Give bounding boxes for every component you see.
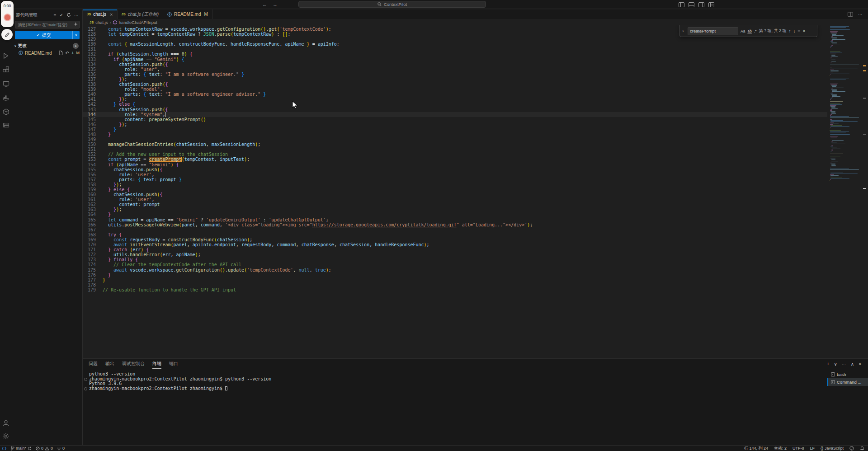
remote-explorer-icon[interactable] <box>1 79 10 88</box>
toggle-secondary-sidebar-icon[interactable] <box>698 2 704 7</box>
tab-readme-md[interactable]: README.md M <box>163 9 212 19</box>
find-next-icon[interactable]: ↓ <box>793 28 796 33</box>
maximize-panel-icon[interactable]: ∧ <box>851 362 854 366</box>
refresh-icon[interactable] <box>66 13 71 17</box>
find-previous-icon[interactable]: ↑ <box>789 28 791 33</box>
git-branch-status[interactable]: main* <box>10 446 32 451</box>
regex-icon[interactable]: .* <box>754 29 757 33</box>
find-input[interactable] <box>688 27 738 35</box>
open-file-icon[interactable] <box>59 51 63 55</box>
cursor-position-status[interactable]: 行 144, 列 24 <box>744 446 768 451</box>
commit-button[interactable]: ✓ 提交 ∨ <box>15 31 80 39</box>
code-line[interactable]: 144 role: "system", <box>83 112 827 117</box>
close-tab-icon[interactable]: × <box>110 12 113 17</box>
remote-indicator[interactable] <box>2 446 6 451</box>
package-icon[interactable] <box>1 107 10 116</box>
code-line[interactable]: 143 chatSession.push({ <box>83 107 827 112</box>
feedback-smiley-icon[interactable] <box>849 446 854 451</box>
code-line[interactable]: 155 chatSession.push({ <box>83 167 827 172</box>
sparkle-icon[interactable] <box>74 22 78 26</box>
code-line[interactable]: 161 role: 'user', <box>83 197 827 202</box>
customize-layout-icon[interactable] <box>708 2 714 7</box>
terminal-instance-command-[interactable]: Command ... <box>827 378 868 386</box>
panel-tab-终端[interactable]: 终端 <box>152 359 161 369</box>
extensions-icon[interactable] <box>1 65 10 74</box>
panel-tab-调试控制台[interactable]: 调试控制台 <box>122 359 145 369</box>
discard-changes-icon[interactable]: ↶ <box>65 51 69 56</box>
panel-tab-问题[interactable]: 问题 <box>89 359 98 369</box>
overview-ruler[interactable] <box>862 25 868 358</box>
code-line[interactable]: 173 } finally { <box>83 257 827 262</box>
code-line[interactable]: 178 <box>83 282 827 287</box>
code-line[interactable]: 156 role: 'user', <box>83 172 827 177</box>
code-line[interactable]: 136 parts: { text: "I am a software engi… <box>83 72 827 77</box>
code-line[interactable]: 177} <box>83 277 827 282</box>
annotate-button[interactable] <box>1 29 13 40</box>
code-line[interactable]: 152 // Add the new user input to the cha… <box>83 152 827 157</box>
code-line[interactable]: 166 utils.postMessageToWebview(panel, co… <box>83 222 827 227</box>
code-line[interactable]: 167 <box>83 227 827 232</box>
nav-forward-icon[interactable]: → <box>273 2 278 7</box>
notifications-bell-icon[interactable] <box>860 446 864 451</box>
tab-chat-js-working-tree[interactable]: JS chat.js (工作树) <box>118 9 164 19</box>
match-case-icon[interactable]: Aa <box>741 29 745 33</box>
commit-message-input[interactable] <box>15 21 80 28</box>
code-line[interactable]: 171 } catch (err) { <box>83 247 827 252</box>
code-line[interactable]: 133 if (apiName == "Gemini") { <box>83 57 827 62</box>
panel-tab-输出[interactable]: 输出 <box>105 359 114 369</box>
code-line[interactable]: 170 await initEventStream(panel, apiInfo… <box>83 242 827 247</box>
code-line[interactable]: 159 } else { <box>83 187 827 192</box>
terminal-dropdown-icon[interactable]: ∨ <box>834 362 837 366</box>
ports-status[interactable]: 0 <box>57 446 65 451</box>
account-icon[interactable] <box>1 418 10 428</box>
code-line[interactable]: 145 content: prepareSystemPrompt() <box>83 117 827 122</box>
toggle-panel-icon[interactable] <box>689 2 694 7</box>
code-line[interactable]: 140 parts: { text: "I am a software engi… <box>83 92 827 97</box>
code-line[interactable]: 135 role: "user", <box>83 67 827 72</box>
breadcrumb[interactable]: JS chat.js › handleChatAPIInput <box>83 19 868 25</box>
code-line[interactable]: 131 <box>83 47 827 52</box>
encoding-status[interactable]: UTF-8 <box>793 446 804 451</box>
stop-recording-button[interactable] <box>4 14 11 21</box>
minimap[interactable] <box>830 26 861 183</box>
server-icon[interactable] <box>1 121 10 130</box>
run-debug-icon[interactable] <box>1 51 10 60</box>
eol-status[interactable]: LF <box>810 446 815 451</box>
find-in-selection-icon[interactable]: ≡ <box>798 28 801 33</box>
code-line[interactable]: 146 }); <box>83 122 827 127</box>
docker-icon[interactable] <box>1 93 10 102</box>
panel-more-icon[interactable]: ⋯ <box>842 362 846 366</box>
indentation-status[interactable]: 空格: 2 <box>774 446 787 451</box>
code-line[interactable]: 150 manageChatSessionEntries(chatSession… <box>83 142 827 147</box>
code-line[interactable]: 164 } <box>83 212 827 217</box>
code-line[interactable]: 176 } <box>83 272 827 277</box>
code-line[interactable]: 169 const requestBody = constructBodyFun… <box>83 237 827 242</box>
code-line[interactable]: 165 let command = apiName == "Gemini" ? … <box>83 217 827 222</box>
stage-changes-icon[interactable]: + <box>71 51 74 56</box>
language-status[interactable]: {} JavaScript <box>821 446 844 451</box>
code-line[interactable]: 179// Re-usable function to handle the G… <box>83 287 827 292</box>
breadcrumb-symbol[interactable]: handleChatAPIInput <box>119 20 157 25</box>
changed-file-row[interactable]: README.md ↶ + M <box>12 49 82 56</box>
settings-gear-icon[interactable] <box>1 432 10 441</box>
code-line[interactable]: 141 }); <box>83 97 827 102</box>
toggle-replace-icon[interactable]: › <box>681 28 685 33</box>
code-line[interactable]: 129 <box>83 37 827 42</box>
close-panel-icon[interactable]: × <box>859 362 861 366</box>
code-line[interactable]: 137 }); <box>83 77 827 82</box>
editor-more-actions-icon[interactable]: ⋯ <box>858 12 863 17</box>
code-line[interactable]: 151 <box>83 147 827 152</box>
code-line[interactable]: 130 const { maxSessionLength, constructB… <box>83 42 827 47</box>
code-line[interactable]: 172 utils.handleError(err, apiName); <box>83 252 827 257</box>
whole-word-icon[interactable]: ab <box>747 29 751 33</box>
changes-section-header[interactable]: ∨ 更改 1 <box>12 42 82 49</box>
code-line[interactable]: 158 }); <box>83 182 827 187</box>
terminal-output[interactable]: python3 --versionzhaomingyin-macbookpro2… <box>83 372 825 391</box>
code-line[interactable]: 163 }); <box>83 207 827 212</box>
panel-tab-端口[interactable]: 端口 <box>169 359 178 369</box>
code-line[interactable]: 148 } <box>83 132 827 137</box>
code-line[interactable]: 168 try { <box>83 232 827 237</box>
code-line[interactable]: 157 parts: { text: prompt } <box>83 177 827 182</box>
view-as-list-icon[interactable]: ≡ <box>54 13 57 18</box>
commit-check-icon[interactable]: ✓ <box>60 13 63 18</box>
